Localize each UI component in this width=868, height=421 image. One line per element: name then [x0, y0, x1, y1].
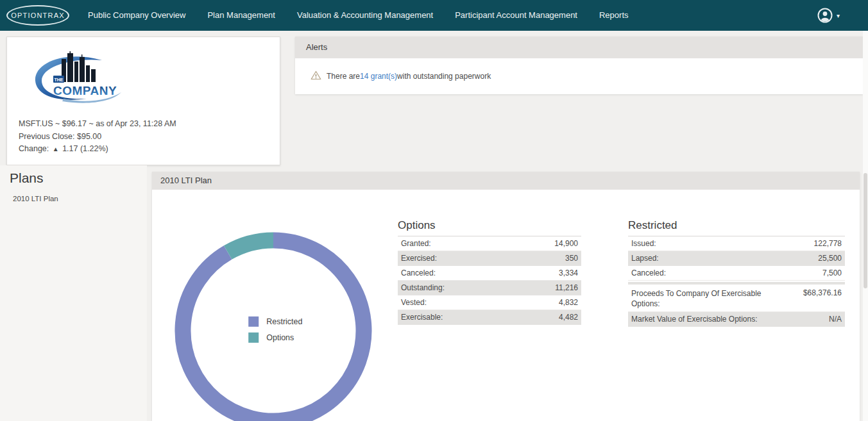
stock-quote-line: MSFT.US ~ $96.17 ~ as of Apr 23, 11:28 A… [19, 118, 176, 131]
scrollbar-track[interactable] [863, 31, 868, 421]
alert-item: There are 14 grant(s) with outstanding p… [311, 70, 491, 82]
row-label: Proceeds To Company Of Exercisable Optio… [631, 288, 782, 309]
table-row: Outstanding: 11,216 [398, 281, 581, 295]
alerts-header: Alerts [295, 37, 863, 58]
nav-menu: Public Company Overview Plan Management … [77, 0, 640, 31]
alert-text-suffix: with outstanding paperwork [397, 72, 491, 81]
row-value: 350 [565, 254, 578, 263]
donut-chart: RestrictedOptions [173, 231, 373, 421]
legend-item: Options [248, 333, 302, 343]
row-value: 122,778 [814, 239, 842, 248]
scrollbar-thumb[interactable] [864, 173, 867, 288]
user-menu[interactable]: ▾ [817, 7, 840, 24]
company-logo: THE COMPANY [25, 51, 128, 113]
row-label: Issued: [631, 239, 663, 248]
previous-close-line: Previous Close: $95.00 [19, 131, 176, 144]
grants-link[interactable]: 14 grant(s) [360, 72, 397, 81]
row-label: Outstanding: [401, 283, 451, 292]
row-label: Exercisable: [401, 313, 449, 322]
chevron-down-icon: ▾ [837, 12, 840, 19]
row-label: Canceled: [401, 268, 442, 277]
row-label: Canceled: [631, 268, 672, 277]
legend-swatch [248, 333, 259, 343]
restricted-table: Restricted Issued: 122,778 Lapsed: 25,50… [628, 219, 845, 327]
change-line: Change: ▲ 1.17 (1.22%) [19, 143, 176, 156]
nav-item[interactable]: Plan Management [196, 0, 286, 31]
row-value: 4,482 [559, 313, 578, 322]
legend-label: Restricted [266, 317, 302, 326]
table-row: Lapsed: 25,500 [628, 251, 845, 266]
donut-legend: RestrictedOptions [248, 317, 302, 343]
legend-item: Restricted [248, 317, 302, 327]
nav-item[interactable]: Public Company Overview [77, 0, 196, 31]
legend-label: Options [266, 333, 294, 342]
plans-title: Plans [10, 170, 44, 186]
row-value: 25,500 [818, 254, 842, 263]
plans-sidebar: Plans 2010 LTI Plan [0, 165, 147, 421]
change-value: 1.17 (1.22%) [62, 144, 108, 153]
optiontrax-logo[interactable]: OPTIONTRAX [6, 5, 69, 26]
plan-panel-body: RestrictedOptions Options Granted: 14,90… [152, 190, 860, 421]
logo-company-text: COMPANY [53, 84, 117, 97]
options-table-title: Options [398, 219, 581, 236]
logo-the-text: THE [55, 78, 64, 82]
options-table: Options Granted: 14,900 Exercised: 350 C… [398, 219, 581, 325]
nav-item[interactable]: Valuation & Accounting Management [286, 0, 444, 31]
row-value: 7,500 [822, 268, 842, 277]
table-row: Exercisable: 4,482 [398, 310, 581, 325]
table-row: Canceled: 7,500 [628, 266, 845, 281]
row-value: $68,376.16 [803, 288, 842, 297]
change-label: Change: [19, 144, 49, 153]
row-label: Granted: [401, 239, 438, 248]
alerts-panel: Alerts There are 14 grant(s) with outsta… [295, 37, 863, 94]
sidebar-item-2010-lti-plan[interactable]: 2010 LTI Plan [13, 195, 58, 202]
donut-segment-options [228, 240, 273, 252]
plan-panel: 2010 LTI Plan RestrictedOptions Options … [152, 172, 860, 421]
up-arrow-icon: ▲ [51, 145, 60, 153]
alert-text-prefix: There are [327, 72, 360, 81]
row-value: N/A [829, 315, 842, 324]
row-value: 3,334 [559, 268, 578, 277]
table-row: Market Value of Exercisable Options: N/A [628, 312, 845, 327]
row-value: 14,900 [554, 239, 578, 248]
table-row-divider [628, 282, 845, 285]
row-label: Lapsed: [631, 254, 665, 263]
row-value: 4,832 [559, 298, 578, 307]
stock-quote-block: MSFT.US ~ $96.17 ~ as of Apr 23, 11:28 A… [19, 118, 176, 156]
row-label: Market Value of Exercisable Options: [631, 315, 764, 324]
options-table-rows: Granted: 14,900 Exercised: 350 Canceled:… [398, 236, 581, 325]
table-row: Issued: 122,778 [628, 236, 845, 251]
user-icon [817, 7, 833, 24]
alerts-body: There are 14 grant(s) with outstanding p… [295, 58, 863, 94]
top-navbar: OPTIONTRAX Public Company Overview Plan … [0, 0, 868, 31]
legend-swatch [248, 317, 259, 327]
restricted-table-rows: Issued: 122,778 Lapsed: 25,500 Canceled:… [628, 236, 845, 327]
table-row: Granted: 14,900 [398, 236, 581, 251]
company-stock-card: THE COMPANY MSFT.US ~ $96.17 ~ as of Apr… [6, 37, 280, 165]
plan-panel-header: 2010 LTI Plan [152, 172, 860, 190]
warning-icon [311, 70, 327, 82]
table-row: Vested: 4,832 [398, 295, 581, 310]
brand-text: OPTIONTRAX [11, 12, 65, 19]
row-label: Vested: [401, 298, 433, 307]
table-row: Exercised: 350 [398, 251, 581, 266]
row-label: Exercised: [401, 254, 443, 263]
table-row: Canceled: 3,334 [398, 266, 581, 281]
table-row: Proceeds To Company Of Exercisable Optio… [628, 286, 845, 312]
nav-item[interactable]: Reports [588, 0, 640, 31]
nav-item[interactable]: Participant Account Management [444, 0, 588, 31]
row-value: 11,216 [555, 283, 578, 292]
restricted-table-title: Restricted [628, 219, 845, 236]
